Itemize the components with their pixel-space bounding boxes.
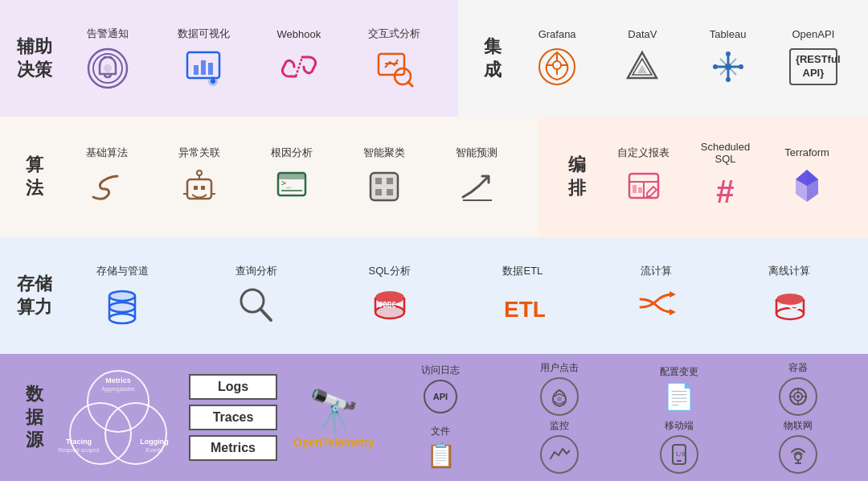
svg-text:Aggregatable: Aggregatable [101,386,135,393]
svg-point-84 [70,403,131,464]
traces-box: Traces [189,405,277,430]
webhook-icon [276,45,321,89]
query-label: 查询分析 [235,264,277,278]
item-interactive: 交互式分析 [366,27,423,90]
storage-pipe-label: 存储与管道 [96,264,149,278]
mobile-label: 移动端 [665,419,694,433]
section-label-jicheng: 集成 [470,35,514,81]
config-change-label: 配置变更 [660,365,698,379]
logs-box: Logs [189,374,277,400]
yuce-icon [454,165,498,209]
svg-marker-23 [637,65,647,73]
item-zidingyibaobiao: 自定义报表 [616,146,672,209]
iot-label: 物联网 [784,419,813,433]
storage-items: 存储与管道 [56,264,856,327]
item-offline: 离线计算 [761,264,817,327]
openapi-icon: {RESTfulAPI} [791,45,835,89]
datasource-grid: 访问日志 API 用户点击 配置变更 📄 [383,361,856,474]
svg-rect-35 [201,186,205,190]
svg-point-16 [553,61,561,69]
bianpai-items: 自定义报表 [599,141,852,214]
svg-line-14 [408,82,412,86]
item-scheduledsql: ScheduledSQL # [697,141,753,214]
svg-point-103 [795,454,801,460]
access-log-icon: API [424,380,457,413]
ds-file: 文件 📋 [383,419,498,474]
jichusuanfa-icon [84,165,129,209]
svg-point-85 [105,403,166,464]
scheduledsql-label: ScheduledSQL [701,141,750,165]
svg-text:1/0: 1/0 [675,451,686,458]
svg-rect-33 [187,179,211,199]
ds-container: 容器 [740,361,856,416]
cell-jicheng: 集成 Grafana [458,0,868,117]
svg-point-66 [109,291,135,301]
section-label-suanfa: 算法 [12,154,56,199]
item-yuce: 智能预测 [448,146,505,209]
metrics-box: Metrics [189,435,277,461]
cell-bianpai: 编排 自定义报表 [538,117,868,237]
container-icon [779,377,817,416]
stream-icon [634,283,678,327]
item-terraform: Terraform [779,146,835,208]
svg-point-30 [713,64,718,69]
svg-rect-54 [633,185,637,193]
sql-icon: JDBC [367,283,411,327]
zidingyibaobiao-icon [621,165,665,209]
svg-line-10 [296,57,302,76]
monitor-icon [540,435,579,474]
svg-marker-78 [669,309,676,315]
svg-point-3 [104,64,112,72]
item-tableau: Tableau [700,28,756,89]
ds-iot: 物联网 [740,419,856,474]
etl-icon: ETL [501,283,545,327]
row1: 辅助决策 告警通知 [0,0,868,117]
cell-fuzhu-juece: 辅助决策 告警通知 [0,0,458,117]
item-gaojing: 告警通知 [80,27,136,90]
user-click-label: 用户点击 [540,361,579,375]
main-grid: 辅助决策 告警通知 [0,0,868,481]
section-label-bianpai: 编排 [555,154,599,199]
jvlei-icon [362,165,406,209]
mobile-icon: 1/0 [660,435,698,474]
svg-rect-5 [194,65,199,75]
user-click-icon [540,377,579,416]
otel-label: OpenTelemetry [293,436,375,449]
terraform-icon [785,163,829,208]
item-storage-pipe: 存储与管道 [95,264,151,327]
sql-label: SQL分析 [369,264,411,278]
suanfa-items: 基础算法 异常关联 [56,146,526,209]
svg-rect-44 [371,173,398,200]
yuce-label: 智能预测 [456,146,497,160]
item-jvlei: 智能聚类 [356,146,412,209]
container-label: 容器 [788,361,808,375]
stream-label: 流计算 [641,264,672,278]
fuzhu-items: 告警通知 [56,27,446,90]
svg-point-28 [726,51,731,56]
webhook-label: Webhook [277,28,321,40]
item-visualization: 数据可视化 [175,27,231,90]
svg-point-32 [725,64,731,70]
svg-point-95 [796,395,800,398]
item-openapi: OpenAPI {RESTfulAPI} [785,28,841,89]
item-yichang: 异常关联 [171,146,227,209]
zidingyibaobiao-label: 自定义报表 [617,146,669,160]
grafana-label: Grafana [538,28,576,40]
ds-config-change: 配置变更 📄 [620,361,736,416]
section-label-storage: 存储算力 [12,273,56,319]
svg-rect-46 [375,178,382,184]
ds-monitor: 监控 [502,419,617,474]
jvlei-label: 智能聚类 [363,146,405,160]
svg-rect-34 [194,186,198,190]
tableau-label: Tableau [710,28,747,40]
visualization-icon [182,46,226,90]
offline-icon [768,283,812,327]
svg-rect-6 [201,60,206,75]
yichang-icon [177,165,221,209]
svg-text:Tracing: Tracing [66,438,92,446]
svg-point-92 [557,397,562,401]
openapi-label: OpenAPI [792,28,834,40]
section-label-datasource: 数据源 [12,383,56,452]
ltm-boxes: Logs Traces Metrics [189,374,277,461]
cell-suanfa: 算法 基础算法 异常关联 [0,117,538,237]
